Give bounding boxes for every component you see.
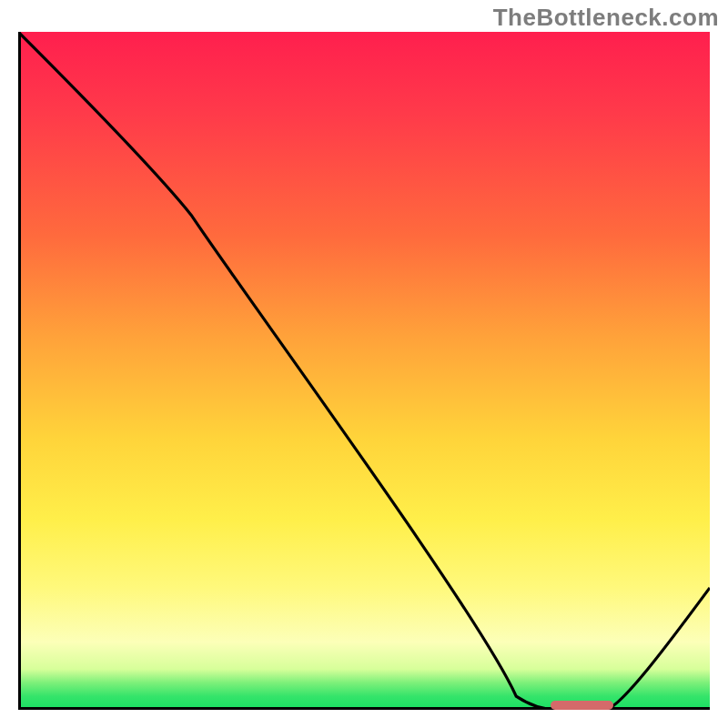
watermark-text: TheBottleneck.com [493,4,719,32]
curve-layer [18,32,710,710]
optimal-marker [551,701,612,710]
chart-root: TheBottleneck.com [0,0,728,728]
curve-path [18,32,710,710]
plot-area [18,32,710,710]
